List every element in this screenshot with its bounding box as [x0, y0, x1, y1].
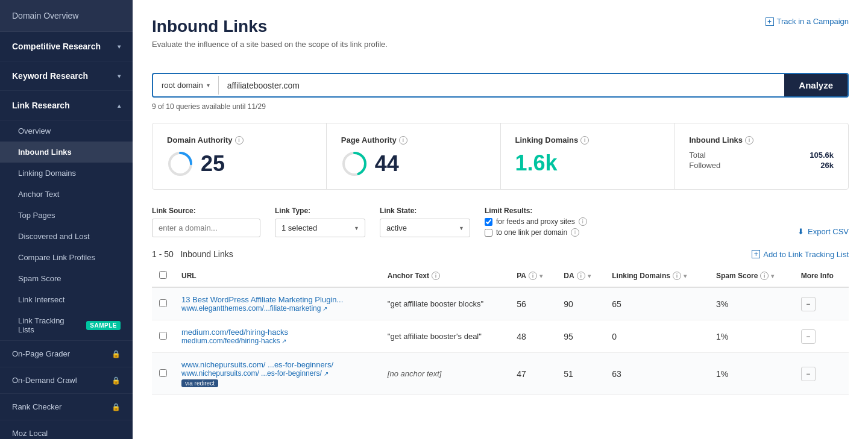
external-link-icon: ↗ — [324, 370, 329, 377]
row-checkbox[interactable] — [159, 369, 167, 377]
page-authority-card: Page Authority i 44 — [327, 123, 501, 189]
info-icon[interactable]: i — [580, 136, 589, 145]
sidebar-item-linking-domains[interactable]: Linking Domains — [0, 163, 133, 184]
plus-icon: + — [752, 250, 760, 258]
track-campaign-button[interactable]: + Track in a Campaign — [766, 17, 849, 26]
external-link-icon: ↗ — [322, 305, 327, 312]
pa-cell: 56 — [509, 287, 556, 320]
sidebar-item-link-tracking-lists[interactable]: Link Tracking Lists SAMPLE — [0, 310, 133, 340]
inbound-links-table: URL Anchor Text i PA i ▾ — [152, 265, 849, 395]
sidebar-item-spam-score[interactable]: Spam Score — [0, 268, 133, 289]
row-checkbox[interactable] — [159, 299, 167, 307]
linking-domains-card: Linking Domains i 1.6k — [501, 123, 675, 189]
info-icon[interactable]: i — [399, 136, 407, 145]
chevron-up-icon: ▴ — [118, 102, 121, 109]
download-icon: ⬇ — [797, 227, 804, 236]
plus-icon: + — [766, 17, 774, 26]
top-row: Inbound Links Evaluate the influence of … — [152, 17, 849, 61]
pa-cell: 47 — [509, 353, 556, 395]
sidebar-item-domain-overview[interactable]: Domain Overview — [0, 0, 133, 32]
da-cell: 95 — [556, 320, 605, 353]
sidebar-item-top-pages[interactable]: Top Pages — [0, 205, 133, 226]
sidebar-item-inbound-links[interactable]: Inbound Links — [0, 142, 133, 163]
metrics-row: Domain Authority i 25 Page Authority i — [152, 123, 849, 190]
link-state-select[interactable]: active — [380, 219, 470, 237]
da-sort-icon[interactable]: ▾ — [588, 273, 591, 279]
sidebar: Domain Overview Competitive Research ▾ K… — [0, 0, 133, 439]
sidebar-item-rank-checker[interactable]: Rank Checker 🔒 — [0, 393, 133, 420]
sidebar-item-overview[interactable]: Overview — [0, 120, 133, 142]
anchor-text-column-header: Anchor Text i — [380, 265, 509, 287]
external-link-icon: ↗ — [281, 338, 286, 344]
info-icon[interactable]: i — [432, 272, 440, 280]
export-csv-button[interactable]: ⬇ Export CSV — [797, 227, 849, 237]
more-info-button[interactable]: − — [801, 297, 816, 311]
one-per-domain-checkbox[interactable] — [485, 229, 492, 237]
chevron-down-icon: ▾ — [118, 73, 121, 79]
search-input[interactable] — [219, 76, 785, 95]
one-per-domain-checkbox-row: to one link per domain i — [485, 228, 587, 237]
lock-icon: 🔒 — [112, 403, 121, 411]
table-row: www.nichepursuits.com/ ...es-for-beginne… — [152, 353, 849, 395]
url-column-header: URL — [174, 265, 380, 287]
row-checkbox[interactable] — [159, 332, 167, 340]
url-link[interactable]: 13 Best WordPress Affiliate Marketing Pl… — [181, 295, 373, 304]
url-subdomain: www.elegantthemes.com/...filiate-marketi… — [181, 304, 373, 313]
url-link[interactable]: medium.com/feed/hiring-hacks — [181, 328, 373, 337]
more-info-button[interactable]: − — [801, 329, 816, 344]
sidebar-item-link-intersect[interactable]: Link Intersect — [0, 289, 133, 310]
main-content: Inbound Links Evaluate the influence of … — [133, 0, 868, 439]
page-subtitle: Evaluate the influence of a site based o… — [152, 40, 388, 49]
spam-score-cell: 1% — [709, 353, 794, 395]
pa-gauge — [341, 151, 368, 177]
sidebar-item-discovered-and-lost[interactable]: Discovered and Lost — [0, 226, 133, 247]
feeds-proxy-checkbox[interactable] — [485, 218, 492, 226]
info-icon[interactable]: i — [745, 136, 753, 145]
add-to-tracking-button[interactable]: + Add to Link Tracking List — [752, 250, 849, 259]
more-info-button[interactable]: − — [801, 367, 816, 381]
link-state-select-wrapper: active — [380, 219, 470, 237]
info-icon[interactable]: i — [577, 272, 585, 280]
sidebar-item-anchor-text[interactable]: Anchor Text — [0, 184, 133, 205]
sidebar-item-link-research[interactable]: Link Research ▴ — [0, 91, 133, 120]
link-type-select[interactable]: 1 selected — [275, 219, 365, 237]
table-header-row: 1 - 50 Inbound Links + Add to Link Track… — [152, 249, 849, 259]
linking-domains-cell: 63 — [605, 353, 709, 395]
analyze-button[interactable]: Analyze — [784, 74, 848, 96]
da-cell: 51 — [556, 353, 605, 395]
info-icon[interactable]: i — [760, 272, 769, 280]
info-icon[interactable]: i — [529, 272, 537, 280]
chevron-down-icon: ▾ — [207, 82, 210, 89]
link-type-filter: Link Type: 1 selected — [275, 207, 365, 237]
info-icon[interactable]: i — [571, 228, 579, 237]
spam-score-column-header: Spam Score i ▾ — [709, 265, 794, 287]
url-link[interactable]: www.nichepursuits.com/ ...es-for-beginne… — [181, 360, 373, 369]
info-icon[interactable]: i — [235, 136, 244, 145]
sidebar-item-moz-local[interactable]: Moz Local — [0, 420, 133, 439]
pa-sort-desc-icon[interactable]: ▾ — [539, 273, 542, 279]
select-all-checkbox[interactable] — [159, 271, 167, 279]
da-gauge — [167, 151, 193, 177]
pa-column-header: PA i ▾ — [509, 265, 556, 287]
linking-domains-column-header: Linking Domains i ▾ — [605, 265, 709, 287]
sidebar-item-keyword-research[interactable]: Keyword Research ▾ — [0, 61, 133, 91]
sidebar-item-on-demand-crawl[interactable]: On-Demand Crawl 🔒 — [0, 367, 133, 393]
domain-type-selector[interactable]: root domain ▾ — [153, 76, 219, 95]
ld-sort-icon[interactable]: ▾ — [684, 273, 687, 279]
lock-icon: 🔒 — [112, 350, 121, 358]
more-info-column-header: More Info — [794, 265, 849, 287]
more-info-cell: − — [794, 353, 849, 395]
spam-score-cell: 3% — [709, 287, 794, 320]
link-source-input[interactable] — [152, 219, 260, 237]
info-icon[interactable]: i — [673, 272, 681, 280]
spam-score-cell: 1% — [709, 320, 794, 353]
ss-sort-icon[interactable]: ▾ — [771, 273, 774, 279]
sample-badge: SAMPLE — [86, 321, 121, 330]
url-cell: medium.com/feed/hiring-hacksmedium.com/f… — [174, 320, 380, 353]
pa-value: 44 — [375, 151, 399, 176]
sidebar-item-competitive-research[interactable]: Competitive Research ▾ — [0, 32, 133, 61]
sidebar-item-compare-link-profiles[interactable]: Compare Link Profiles — [0, 247, 133, 268]
info-icon[interactable]: i — [579, 217, 587, 226]
sidebar-item-on-page-grader[interactable]: On-Page Grader 🔒 — [0, 340, 133, 367]
more-info-cell: − — [794, 320, 849, 353]
